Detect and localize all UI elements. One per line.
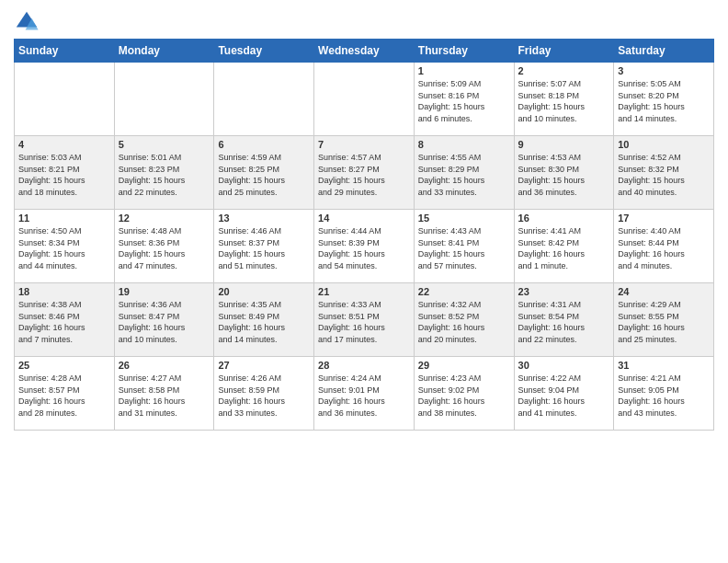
- day-info: Sunrise: 4:55 AM Sunset: 8:29 PM Dayligh…: [418, 152, 510, 198]
- day-info: Sunrise: 4:52 AM Sunset: 8:32 PM Dayligh…: [618, 152, 710, 198]
- calendar-cell: 7Sunrise: 4:57 AM Sunset: 8:27 PM Daylig…: [314, 136, 415, 210]
- day-number: 27: [218, 360, 310, 371]
- calendar-header-row: SundayMondayTuesdayWednesdayThursdayFrid…: [15, 40, 714, 63]
- day-header-tuesday: Tuesday: [214, 40, 314, 63]
- day-info: Sunrise: 4:53 AM Sunset: 8:30 PM Dayligh…: [518, 152, 610, 198]
- day-info: Sunrise: 4:59 AM Sunset: 8:25 PM Dayligh…: [218, 152, 310, 198]
- header: [14, 9, 714, 35]
- calendar-cell: 23Sunrise: 4:31 AM Sunset: 8:54 PM Dayli…: [514, 283, 614, 357]
- calendar-cell: 27Sunrise: 4:26 AM Sunset: 8:59 PM Dayli…: [214, 357, 314, 431]
- day-info: Sunrise: 5:09 AM Sunset: 8:16 PM Dayligh…: [418, 78, 510, 124]
- calendar-cell: 5Sunrise: 5:01 AM Sunset: 8:23 PM Daylig…: [114, 136, 214, 210]
- day-info: Sunrise: 4:35 AM Sunset: 8:49 PM Dayligh…: [218, 299, 310, 345]
- day-number: 15: [418, 213, 510, 224]
- day-info: Sunrise: 5:03 AM Sunset: 8:21 PM Dayligh…: [18, 152, 110, 198]
- day-header-wednesday: Wednesday: [314, 40, 415, 63]
- day-number: 24: [618, 286, 710, 297]
- day-number: 19: [119, 286, 210, 297]
- calendar-cell: 2Sunrise: 5:07 AM Sunset: 8:18 PM Daylig…: [514, 63, 614, 136]
- calendar-cell: 29Sunrise: 4:23 AM Sunset: 9:02 PM Dayli…: [414, 357, 514, 431]
- day-number: 22: [418, 286, 510, 297]
- calendar-cell: 21Sunrise: 4:33 AM Sunset: 8:51 PM Dayli…: [314, 283, 415, 357]
- week-row-3: 11Sunrise: 4:50 AM Sunset: 8:34 PM Dayli…: [15, 210, 714, 283]
- day-number: 21: [318, 286, 410, 297]
- day-number: 16: [518, 213, 610, 224]
- day-info: Sunrise: 4:29 AM Sunset: 8:55 PM Dayligh…: [618, 299, 710, 345]
- day-header-thursday: Thursday: [414, 40, 514, 63]
- day-info: Sunrise: 4:48 AM Sunset: 8:36 PM Dayligh…: [119, 225, 210, 271]
- day-info: Sunrise: 4:32 AM Sunset: 8:52 PM Dayligh…: [418, 299, 510, 345]
- calendar-cell: 20Sunrise: 4:35 AM Sunset: 8:49 PM Dayli…: [214, 283, 314, 357]
- day-header-friday: Friday: [514, 40, 614, 63]
- day-info: Sunrise: 4:50 AM Sunset: 8:34 PM Dayligh…: [18, 225, 110, 271]
- day-info: Sunrise: 4:40 AM Sunset: 8:44 PM Dayligh…: [618, 225, 710, 271]
- calendar-cell: 28Sunrise: 4:24 AM Sunset: 9:01 PM Dayli…: [314, 357, 415, 431]
- calendar-cell: 31Sunrise: 4:21 AM Sunset: 9:05 PM Dayli…: [614, 357, 714, 431]
- day-number: 13: [218, 213, 310, 224]
- day-info: Sunrise: 4:27 AM Sunset: 8:58 PM Dayligh…: [119, 373, 210, 419]
- calendar-cell: 6Sunrise: 4:59 AM Sunset: 8:25 PM Daylig…: [214, 136, 314, 210]
- day-info: Sunrise: 4:21 AM Sunset: 9:05 PM Dayligh…: [618, 373, 710, 419]
- day-header-saturday: Saturday: [614, 40, 714, 63]
- calendar-cell: 4Sunrise: 5:03 AM Sunset: 8:21 PM Daylig…: [15, 136, 115, 210]
- day-info: Sunrise: 4:24 AM Sunset: 9:01 PM Dayligh…: [318, 373, 410, 419]
- day-info: Sunrise: 5:05 AM Sunset: 8:20 PM Dayligh…: [618, 78, 710, 124]
- day-info: Sunrise: 4:22 AM Sunset: 9:04 PM Dayligh…: [518, 373, 610, 419]
- day-number: 30: [518, 360, 610, 371]
- day-number: 5: [119, 139, 210, 150]
- day-info: Sunrise: 4:46 AM Sunset: 8:37 PM Dayligh…: [218, 225, 310, 271]
- calendar-cell: 14Sunrise: 4:44 AM Sunset: 8:39 PM Dayli…: [314, 210, 415, 283]
- calendar-cell: 9Sunrise: 4:53 AM Sunset: 8:30 PM Daylig…: [514, 136, 614, 210]
- day-info: Sunrise: 4:31 AM Sunset: 8:54 PM Dayligh…: [518, 299, 610, 345]
- day-number: 29: [418, 360, 510, 371]
- day-number: 23: [518, 286, 610, 297]
- day-number: 31: [618, 360, 710, 371]
- calendar-cell: 13Sunrise: 4:46 AM Sunset: 8:37 PM Dayli…: [214, 210, 314, 283]
- day-number: 4: [18, 139, 110, 150]
- day-info: Sunrise: 4:41 AM Sunset: 8:42 PM Dayligh…: [518, 225, 610, 271]
- day-info: Sunrise: 4:38 AM Sunset: 8:46 PM Dayligh…: [18, 299, 110, 345]
- day-number: 7: [318, 139, 410, 150]
- calendar-cell: 10Sunrise: 4:52 AM Sunset: 8:32 PM Dayli…: [614, 136, 714, 210]
- calendar-cell: 16Sunrise: 4:41 AM Sunset: 8:42 PM Dayli…: [514, 210, 614, 283]
- calendar-cell: 24Sunrise: 4:29 AM Sunset: 8:55 PM Dayli…: [614, 283, 714, 357]
- day-info: Sunrise: 4:28 AM Sunset: 8:57 PM Dayligh…: [18, 373, 110, 419]
- calendar-cell: 25Sunrise: 4:28 AM Sunset: 8:57 PM Dayli…: [15, 357, 115, 431]
- calendar-cell: 1Sunrise: 5:09 AM Sunset: 8:16 PM Daylig…: [414, 63, 514, 136]
- day-info: Sunrise: 4:33 AM Sunset: 8:51 PM Dayligh…: [318, 299, 410, 345]
- calendar-cell: 11Sunrise: 4:50 AM Sunset: 8:34 PM Dayli…: [15, 210, 115, 283]
- calendar-cell: 17Sunrise: 4:40 AM Sunset: 8:44 PM Dayli…: [614, 210, 714, 283]
- day-number: 18: [18, 286, 110, 297]
- calendar-table: SundayMondayTuesdayWednesdayThursdayFrid…: [14, 39, 714, 431]
- day-number: 10: [618, 139, 710, 150]
- day-info: Sunrise: 4:43 AM Sunset: 8:41 PM Dayligh…: [418, 225, 510, 271]
- day-number: 6: [218, 139, 310, 150]
- logo-icon: [14, 9, 40, 35]
- day-number: 2: [518, 65, 610, 76]
- week-row-1: 1Sunrise: 5:09 AM Sunset: 8:16 PM Daylig…: [15, 63, 714, 136]
- day-number: 17: [618, 213, 710, 224]
- day-info: Sunrise: 5:01 AM Sunset: 8:23 PM Dayligh…: [119, 152, 210, 198]
- day-number: 14: [318, 213, 410, 224]
- day-number: 20: [218, 286, 310, 297]
- calendar-cell: 18Sunrise: 4:38 AM Sunset: 8:46 PM Dayli…: [15, 283, 115, 357]
- day-info: Sunrise: 4:57 AM Sunset: 8:27 PM Dayligh…: [318, 152, 410, 198]
- day-number: 26: [119, 360, 210, 371]
- day-number: 9: [518, 139, 610, 150]
- day-number: 8: [418, 139, 510, 150]
- day-info: Sunrise: 5:07 AM Sunset: 8:18 PM Dayligh…: [518, 78, 610, 124]
- calendar-cell: 30Sunrise: 4:22 AM Sunset: 9:04 PM Dayli…: [514, 357, 614, 431]
- day-number: 25: [18, 360, 110, 371]
- page: SundayMondayTuesdayWednesdayThursdayFrid…: [0, 0, 728, 563]
- day-number: 11: [18, 213, 110, 224]
- day-info: Sunrise: 4:23 AM Sunset: 9:02 PM Dayligh…: [418, 373, 510, 419]
- day-number: 12: [119, 213, 210, 224]
- week-row-2: 4Sunrise: 5:03 AM Sunset: 8:21 PM Daylig…: [15, 136, 714, 210]
- calendar-cell: [114, 63, 214, 136]
- day-info: Sunrise: 4:36 AM Sunset: 8:47 PM Dayligh…: [119, 299, 210, 345]
- calendar-cell: 15Sunrise: 4:43 AM Sunset: 8:41 PM Dayli…: [414, 210, 514, 283]
- day-info: Sunrise: 4:44 AM Sunset: 8:39 PM Dayligh…: [318, 225, 410, 271]
- day-number: 1: [418, 65, 510, 76]
- calendar-cell: 3Sunrise: 5:05 AM Sunset: 8:20 PM Daylig…: [614, 63, 714, 136]
- day-number: 3: [618, 65, 710, 76]
